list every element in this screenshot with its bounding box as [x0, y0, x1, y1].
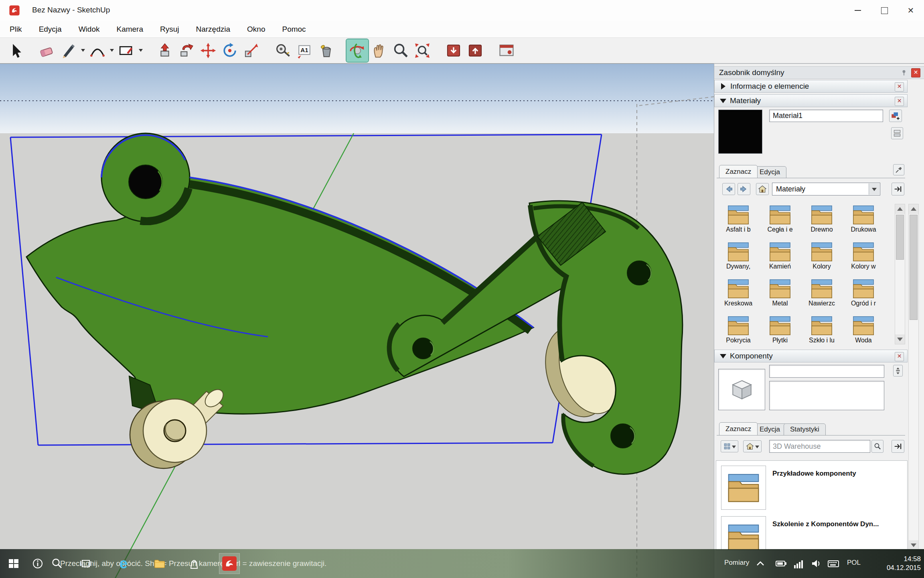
tool-rotate-button[interactable]: [219, 39, 241, 62]
component-list-item[interactable]: Szkolenie z Komponentów Dyn...: [721, 516, 907, 550]
scroll-up-icon[interactable]: [909, 204, 918, 214]
tool-orbit-button[interactable]: [346, 39, 368, 62]
scroll-up-icon[interactable]: [895, 204, 905, 214]
components-view-button[interactable]: [721, 440, 738, 452]
tray-expand-button[interactable]: [753, 555, 768, 572]
section-element-info-header[interactable]: Informacje o elemencie ✕: [714, 80, 908, 93]
tool-paint-bucket-button[interactable]: [315, 39, 337, 62]
tool-select-button[interactable]: [5, 39, 26, 62]
line-tool-dropdown[interactable]: [79, 39, 87, 62]
touch-keyboard-button[interactable]: [825, 555, 841, 572]
tool-warehouse-upload-button[interactable]: [464, 39, 486, 62]
material-folder-item[interactable]: Kamień: [759, 241, 801, 278]
material-folder-item[interactable]: Szkło i lu: [801, 315, 843, 344]
menu-item[interactable]: Plik: [9, 24, 23, 35]
pin-icon[interactable]: [900, 69, 908, 76]
material-folder-item[interactable]: Drewno: [801, 204, 843, 241]
edge-browser-button[interactable]: e: [115, 555, 132, 572]
dropdown-arrow-button[interactable]: [869, 183, 879, 195]
menu-item[interactable]: Narzędzia: [195, 24, 231, 35]
tool-scale-button[interactable]: [241, 39, 262, 62]
section-materials-close[interactable]: ✕: [895, 97, 904, 106]
tool-pushpull-button[interactable]: [154, 39, 176, 62]
arc-tool-dropdown[interactable]: [108, 39, 116, 62]
tray-title-bar[interactable]: Zasobnik domyślny ✕: [714, 66, 924, 79]
menu-item[interactable]: Widok: [78, 24, 101, 35]
menu-item[interactable]: Okno: [246, 24, 266, 35]
menu-item[interactable]: Edycja: [38, 24, 63, 35]
bracket-hole-top[interactable]: [627, 261, 651, 285]
section-element-info-close[interactable]: ✕: [895, 82, 904, 92]
sample-paint-button[interactable]: [893, 164, 904, 175]
network-status[interactable]: [791, 555, 807, 572]
materials-tab-select[interactable]: Zaznacz: [719, 165, 758, 178]
info-button[interactable]: [29, 555, 47, 572]
battery-status[interactable]: [773, 555, 789, 572]
close-button[interactable]: ✕: [898, 0, 924, 21]
components-tab-edit[interactable]: Edycja: [753, 423, 786, 436]
tool-arc-button[interactable]: [87, 39, 108, 62]
material-folder-item[interactable]: Asfalt i b: [717, 204, 759, 241]
tool-text-button[interactable]: A1: [294, 39, 315, 62]
arm-hole[interactable]: [413, 338, 434, 359]
head-hole[interactable]: [129, 165, 162, 199]
tool-rectangle-button[interactable]: [116, 39, 137, 62]
minimize-button[interactable]: [845, 0, 871, 21]
tool-followme-button[interactable]: [176, 39, 197, 62]
task-view-button[interactable]: [77, 555, 95, 572]
component-description-box[interactable]: [769, 381, 884, 410]
material-folder-item[interactable]: Pokrycia: [717, 315, 759, 344]
file-explorer-button[interactable]: [151, 555, 168, 572]
material-folder-item[interactable]: Drukowa: [843, 204, 884, 241]
store-button[interactable]: [185, 555, 203, 572]
tool-tape-measure-button[interactable]: [272, 39, 294, 62]
tool-zoom-extents-button[interactable]: [411, 39, 433, 62]
material-folder-item[interactable]: Cegła i e: [759, 204, 801, 241]
material-folder-item[interactable]: Płytki: [759, 315, 801, 344]
material-name-field[interactable]: Materiał1: [769, 110, 883, 122]
components-home-button[interactable]: [743, 440, 762, 452]
component-pane-toggle-button[interactable]: [893, 365, 903, 377]
components-search-button[interactable]: [871, 440, 883, 453]
component-list-item[interactable]: Przykładowe komponenty: [721, 466, 907, 510]
materials-home-button[interactable]: [756, 183, 769, 195]
scroll-down-icon[interactable]: [909, 540, 918, 550]
material-folder-item[interactable]: Woda: [843, 315, 884, 344]
rectangle-tool-dropdown[interactable]: [137, 39, 144, 62]
tool-line-button[interactable]: [58, 39, 79, 62]
components-tab-select[interactable]: Zaznacz: [719, 422, 758, 436]
maximize-button[interactable]: [871, 0, 898, 21]
menu-item[interactable]: Kamera: [116, 24, 144, 35]
material-folder-item[interactable]: Kreskowa: [717, 278, 759, 315]
front-wheel-hole[interactable]: [164, 420, 186, 442]
volume-status[interactable]: [808, 555, 825, 572]
search-button[interactable]: [48, 555, 66, 572]
language-indicator[interactable]: POL: [847, 559, 861, 567]
section-components-header[interactable]: Komponenty ✕: [714, 350, 908, 362]
menu-item[interactable]: Pomoc: [281, 24, 306, 35]
sketchup-taskbar-button[interactable]: [219, 553, 240, 574]
viewport-3d[interactable]: [0, 63, 714, 578]
tool-eraser-button[interactable]: [36, 39, 58, 62]
materials-grid-scrollbar[interactable]: [895, 204, 905, 344]
materials-details-button[interactable]: [892, 183, 904, 195]
create-material-button[interactable]: [889, 110, 902, 122]
material-folder-item[interactable]: Dywany,: [717, 241, 759, 278]
bracket-hole-bottom[interactable]: [611, 424, 635, 448]
components-search-field[interactable]: 3D Warehouse: [769, 440, 870, 453]
materials-back-button[interactable]: [722, 183, 735, 195]
tray-close-button[interactable]: ✕: [911, 68, 920, 77]
materials-tab-edit[interactable]: Edycja: [753, 166, 786, 178]
clock[interactable]: 14:58 04.12.2015: [887, 555, 921, 572]
start-button[interactable]: [5, 555, 22, 572]
material-preview[interactable]: [718, 110, 762, 154]
material-folder-item[interactable]: Kolory w: [843, 241, 884, 278]
material-folder-item[interactable]: Nawierzc: [801, 278, 843, 315]
menu-item[interactable]: Rysuj: [159, 24, 180, 35]
tool-zoom-button[interactable]: [390, 39, 411, 62]
tool-component-window-button[interactable]: [496, 39, 517, 62]
section-materials-header[interactable]: Materiały ✕: [714, 94, 908, 107]
scroll-down-icon[interactable]: [895, 334, 905, 344]
material-folder-item[interactable]: Ogród i r: [843, 278, 884, 315]
material-folder-item[interactable]: Kolory: [801, 241, 843, 278]
